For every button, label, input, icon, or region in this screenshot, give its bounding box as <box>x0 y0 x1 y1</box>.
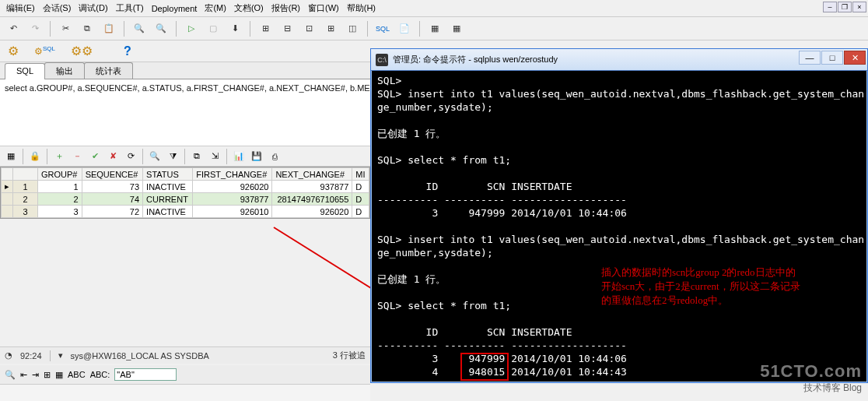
menu-window[interactable]: 窗口(W) <box>305 1 342 16</box>
find-binoc-icon[interactable]: 🔍 <box>5 370 16 380</box>
script-icon[interactable]: 📄 <box>396 20 413 37</box>
restore-button[interactable]: ❐ <box>838 2 852 12</box>
save-icon[interactable]: 💾 <box>249 149 264 164</box>
terminal-titlebar[interactable]: C:\ 管理员: 命令提示符 - sqlplus wen/zerostudy —… <box>371 49 867 71</box>
menu-session[interactable]: 会话(S) <box>40 1 75 16</box>
trace-icon[interactable]: ⊞ <box>322 20 339 37</box>
gear-icon-1[interactable]: ⚙ <box>8 44 19 58</box>
col-first-change[interactable]: FIRST_CHANGE# <box>193 168 272 181</box>
grid-header-row: GROUP# SEQUENCE# STATUS FIRST_CHANGE# NE… <box>2 168 369 181</box>
post-icon[interactable]: ✔ <box>87 149 103 164</box>
result-grid[interactable]: GROUP# SEQUENCE# STATUS FIRST_CHANGE# NE… <box>0 167 370 219</box>
print-icon[interactable]: ⎙ <box>267 149 282 164</box>
dropdown-icon[interactable]: ▾ <box>58 350 63 361</box>
sql-text: select a.GROUP#, a.SEQUENCE#, a.STATUS, … <box>5 83 394 93</box>
grid-view-icon[interactable]: ▦ <box>3 149 19 164</box>
tab-sql[interactable]: SQL <box>5 63 45 79</box>
close-button[interactable]: × <box>852 2 866 12</box>
menu-debug[interactable]: 调试(D) <box>75 1 110 16</box>
status-message: 3 行被追 <box>333 350 366 361</box>
cursor-position: 92:24 <box>20 351 42 361</box>
find-icon[interactable]: 🔍 <box>131 20 148 37</box>
menu-tools[interactable]: 工具(T) <box>113 1 147 16</box>
watermark-logo: 51CTO.com <box>760 361 862 382</box>
grid2-icon[interactable]: ▦ <box>448 20 465 37</box>
menu-macro[interactable]: 宏(M) <box>201 1 229 16</box>
col-member[interactable]: MI <box>352 168 369 181</box>
terminal-output[interactable]: SQL> SQL> insert into t1 values(seq_wen_… <box>371 71 867 382</box>
main-toolbar: ↶ ↷ ✂ ⧉ 📋 🔍 🔍 ▷ ▢ ⬇ ⊞ ⊟ ⊡ ⊞ ◫ SQL 📄 ▦ ▦ <box>0 17 868 40</box>
copy-icon[interactable]: ⧉ <box>79 20 96 37</box>
commit-icon[interactable]: ⬇ <box>226 20 243 37</box>
table-row[interactable]: 2 2 74 CURRENT 937877 281474976710655 D <box>2 193 369 206</box>
watermark-sub: 技术博客 Blog <box>760 382 862 395</box>
abc-label: ABC <box>68 370 86 379</box>
toggle-icon[interactable]: ⊞ <box>44 370 51 380</box>
cancel-icon[interactable]: ✘ <box>105 149 121 164</box>
menu-report[interactable]: 报告(R) <box>268 1 303 16</box>
gear-icon-3[interactable]: ⚙⚙ <box>71 44 93 58</box>
cut-icon[interactable]: ✂ <box>57 20 74 37</box>
undo-icon[interactable]: ↶ <box>5 20 22 37</box>
terminal-title: 管理员: 命令提示符 - sqlplus wen/zerostudy <box>393 54 558 65</box>
sql-icon[interactable]: SQL <box>374 20 391 37</box>
menu-document[interactable]: 文档(O) <box>231 1 267 16</box>
nav-icon[interactable]: ⇤ <box>20 370 27 380</box>
export-icon[interactable]: ⇲ <box>207 149 222 164</box>
lock-icon[interactable]: 🔒 <box>27 149 43 164</box>
schema-icon[interactable]: ⊞ <box>257 20 274 37</box>
console-icon: C:\ <box>376 54 388 66</box>
minimize-button[interactable]: – <box>823 2 837 12</box>
terminal-maximize-button[interactable]: □ <box>821 51 843 65</box>
remove-row-icon[interactable]: － <box>69 149 85 164</box>
chart-icon[interactable]: 📊 <box>231 149 247 164</box>
menu-bar: 编辑(E) 会话(S) 调试(D) 工具(T) Deployment 宏(M) … <box>0 0 868 17</box>
help-icon[interactable]: ? <box>124 44 131 58</box>
abc2-label: ABC: <box>90 370 110 379</box>
scn-highlight-box <box>460 353 509 381</box>
stop-icon[interactable]: ▢ <box>205 20 222 37</box>
explain-icon[interactable]: ⊟ <box>278 20 296 37</box>
col-status[interactable]: STATUS <box>143 168 193 181</box>
binoculars-icon[interactable]: 🔍 <box>147 149 163 164</box>
nav-icon2[interactable]: ⇥ <box>32 370 39 380</box>
tab-stats[interactable]: 统计表 <box>84 62 133 79</box>
plan-icon[interactable]: ⊡ <box>300 20 317 37</box>
mdi-window-controls: – ❐ × <box>823 2 866 12</box>
find-bar: 🔍 ⇤ ⇥ ⊞ ▦ ABC ABC: <box>0 365 370 384</box>
menu-help[interactable]: 帮助(H) <box>344 1 379 16</box>
connection-label: sys@HXW168_LOCAL AS SYSDBA <box>71 351 209 361</box>
find-input[interactable] <box>114 368 177 381</box>
col-group[interactable]: GROUP# <box>38 168 82 181</box>
terminal-window: C:\ 管理员: 命令提示符 - sqlplus wen/zerostudy —… <box>370 48 868 383</box>
watermark: 51CTO.com 技术博客 Blog <box>760 361 862 395</box>
blank-status <box>0 384 370 401</box>
grid-icon[interactable]: ▦ <box>55 370 63 380</box>
terminal-minimize-button[interactable]: — <box>799 51 821 65</box>
clock-icon: ◔ <box>5 350 12 361</box>
cascade-icon[interactable]: ◫ <box>344 20 361 37</box>
filter-icon[interactable]: ⧩ <box>165 149 180 164</box>
grid1-icon[interactable]: ▦ <box>426 20 443 37</box>
table-row[interactable]: ▸1 1 73 INACTIVE 926020 937877 D <box>2 181 369 193</box>
refresh-icon[interactable]: ⟳ <box>123 149 138 164</box>
paste-icon[interactable]: 📋 <box>100 20 117 37</box>
copy-grid-icon[interactable]: ⧉ <box>189 149 205 164</box>
table-row[interactable]: 3 3 72 INACTIVE 926010 926020 D <box>2 206 369 218</box>
col-next-change[interactable]: NEXT_CHANGE# <box>272 168 352 181</box>
add-row-icon[interactable]: ＋ <box>51 149 67 164</box>
menu-edit[interactable]: 编辑(E) <box>3 1 38 16</box>
execute-icon[interactable]: ▷ <box>183 20 200 37</box>
col-sequence[interactable]: SEQUENCE# <box>82 168 142 181</box>
status-bar: ◔ 92:24 ▾ sys@HXW168_LOCAL AS SYSDBA 3 行… <box>0 346 370 364</box>
gear-icon-2[interactable]: ⚙SQL <box>34 45 55 57</box>
menu-deployment[interactable]: Deployment <box>149 2 201 15</box>
terminal-close-button[interactable]: ✕ <box>844 51 866 65</box>
redo-icon[interactable]: ↷ <box>26 20 44 37</box>
annotation-text: 插入的数据时的scn比group 2的redo日志中的 开始scn大，由于2是c… <box>601 266 850 308</box>
find-again-icon[interactable]: 🔍 <box>152 20 170 37</box>
tab-output[interactable]: 输出 <box>44 62 85 79</box>
